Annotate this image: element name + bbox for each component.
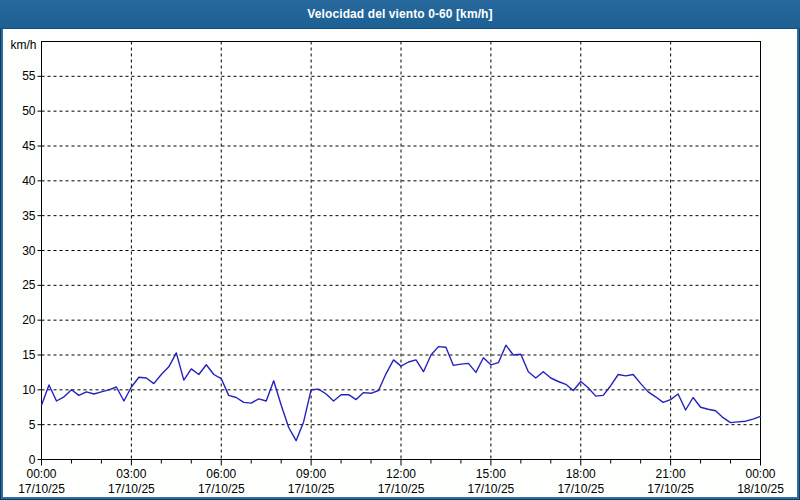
y-tick-label: 55 [22,69,36,83]
x-tick-date-label: 17/10/25 [378,482,425,496]
chart-canvas: 0510152025303540455055km/h00:0017/10/250… [0,0,800,500]
x-tick-time-label: 03:00 [116,467,146,481]
y-tick-label: 25 [22,278,36,292]
x-tick-time-label: 06:00 [206,467,236,481]
y-tick-label: 30 [22,244,36,258]
y-tick-label: 45 [22,139,36,153]
x-tick-date-label: 17/10/25 [288,482,335,496]
y-tick-label: 15 [22,348,36,362]
y-tick-label: 20 [22,313,36,327]
x-tick-date-label: 17/10/25 [468,482,515,496]
x-tick-time-label: 12:00 [386,467,416,481]
x-tick-date-label: 17/10/25 [647,482,694,496]
x-tick-time-label: 09:00 [296,467,326,481]
x-tick-date-label: 17/10/25 [108,482,155,496]
x-tick-date-label: 17/10/25 [18,482,65,496]
x-tick-date-label: 17/10/25 [557,482,604,496]
x-tick-time-label: 00:00 [26,467,56,481]
x-tick-date-label: 17/10/25 [198,482,245,496]
x-tick-time-label: 21:00 [656,467,686,481]
x-tick-time-label: 00:00 [745,467,775,481]
y-tick-label: 50 [22,104,36,118]
y-tick-label: 35 [22,209,36,223]
y-tick-label: 40 [22,174,36,188]
y-tick-label: 10 [22,383,36,397]
y-tick-label: 5 [29,418,36,432]
chart-window: Velocidad del viento 0-60 [km/h] 0510152… [0,0,800,500]
x-tick-time-label: 15:00 [476,467,506,481]
x-tick-time-label: 18:00 [566,467,596,481]
y-tick-label: 0 [29,453,36,467]
y-axis-unit-label: km/h [10,38,36,52]
x-tick-date-label: 18/10/25 [737,482,784,496]
